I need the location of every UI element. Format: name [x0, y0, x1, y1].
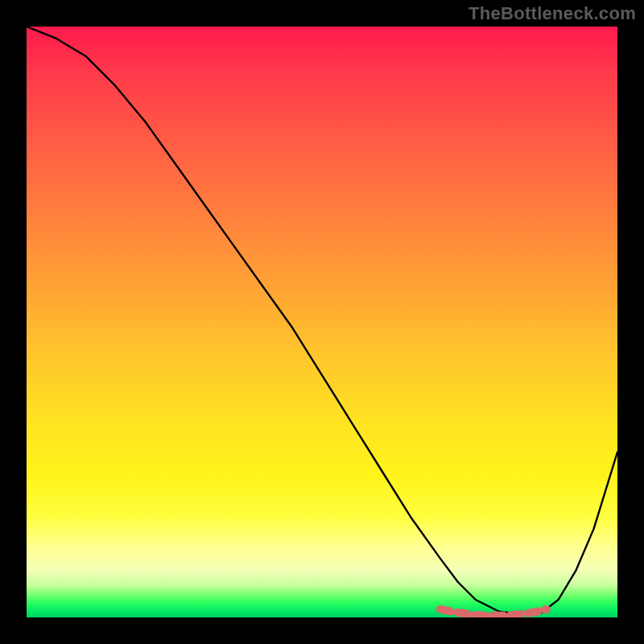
chart-frame: TheBottleneck.com	[0, 0, 644, 644]
sweet-spot-band-path	[440, 609, 547, 616]
bottleneck-curve-path	[27, 27, 617, 614]
watermark-text: TheBottleneck.com	[469, 3, 636, 24]
chart-svg	[27, 27, 617, 617]
